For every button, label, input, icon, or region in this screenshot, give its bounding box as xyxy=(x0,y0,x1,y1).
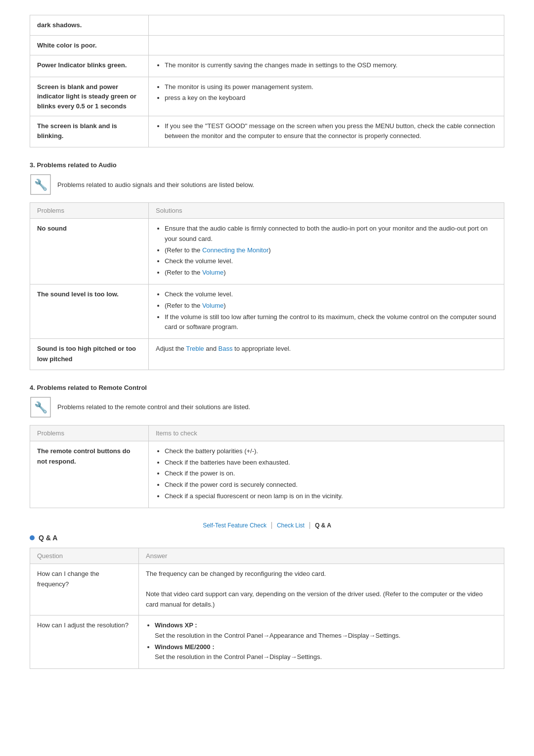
solution-cell xyxy=(149,35,504,55)
qa-title: Q & A xyxy=(39,534,57,542)
table-row: White color is poor. xyxy=(30,35,504,55)
qa-table: Question Answer How can I change the fre… xyxy=(30,548,504,669)
audio-section-header: 3. Problems related to Audio xyxy=(30,161,504,169)
answer-cell: Windows XP :Set the resolution in the Co… xyxy=(139,615,504,668)
nav-bar: Self-Test Feature Check Check List Q & A xyxy=(30,522,504,529)
question-cell: How can I change the frequency? xyxy=(30,564,139,615)
link-connecting-monitor[interactable]: Connecting the Monitor xyxy=(202,246,268,254)
nav-self-test[interactable]: Self-Test Feature Check xyxy=(198,522,272,529)
problem-cell: dark shadows. xyxy=(30,15,149,36)
problem-cell: White color is poor. xyxy=(30,35,149,55)
qa-section-header: Q & A xyxy=(30,534,504,542)
solution-cell: Ensure that the audio cable is firmly co… xyxy=(149,219,504,284)
svg-text:🔧: 🔧 xyxy=(34,178,48,191)
qa-row-2: How can I adjust the resolution? Windows… xyxy=(30,615,504,668)
audio-icon: 🔧 xyxy=(30,174,51,195)
col-problems: Problems xyxy=(30,425,149,441)
items-cell: Check the battery polarities (+/-). Chec… xyxy=(149,441,504,508)
top-continuation-table: dark shadows. White color is poor. Power… xyxy=(30,15,504,147)
solution-cell: The monitor is currently saving the chan… xyxy=(149,55,504,77)
answer-cell: The frequency can be changed by reconfig… xyxy=(139,564,504,615)
remote-section-header: 4. Problems related to Remote Control xyxy=(30,384,504,391)
nav-check-list[interactable]: Check List xyxy=(272,522,310,529)
table-row: Sound is too high pitched or too low pit… xyxy=(30,339,504,370)
problem-cell: Screen is blank and power indicator ligh… xyxy=(30,77,149,116)
table-header-row: Problems Solutions xyxy=(30,203,504,219)
audio-description: Problems related to audio signals and th… xyxy=(57,181,254,189)
link-volume-2[interactable]: Volume xyxy=(202,302,223,309)
problem-cell: The remote control buttons do not respon… xyxy=(30,441,149,508)
link-volume-1[interactable]: Volume xyxy=(202,269,223,276)
table-row: No sound Ensure that the audio cable is … xyxy=(30,219,504,284)
col-items: Items to check xyxy=(149,425,504,441)
remote-problems-table: Problems Items to check The remote contr… xyxy=(30,425,504,508)
col-answer: Answer xyxy=(139,548,504,564)
solution-cell: Adjust the Treble and Bass to appropriat… xyxy=(149,339,504,370)
audio-icon-row: 🔧 Problems related to audio signals and … xyxy=(30,174,504,195)
qa-dot-icon xyxy=(30,535,35,540)
solution-cell: The monitor is using its power managemen… xyxy=(149,77,504,116)
problem-cell: The screen is blank and is blinking. xyxy=(30,116,149,147)
remote-icon-row: 🔧 Problems related to the remote control… xyxy=(30,396,504,418)
problem-cell: Sound is too high pitched or too low pit… xyxy=(30,339,149,370)
table-row: Screen is blank and power indicator ligh… xyxy=(30,77,504,116)
qa-header-row: Question Answer xyxy=(30,548,504,564)
question-cell: How can I adjust the resolution? xyxy=(30,615,139,668)
table-row: The screen is blank and is blinking. If … xyxy=(30,116,504,147)
table-header-row: Problems Items to check xyxy=(30,425,504,441)
remote-description: Problems related to the remote control a… xyxy=(57,403,250,411)
nav-qa[interactable]: Q & A xyxy=(310,522,336,529)
col-problems: Problems xyxy=(30,203,149,219)
qa-row-1: How can I change the frequency? The freq… xyxy=(30,564,504,615)
solution-cell xyxy=(149,15,504,36)
audio-problems-table: Problems Solutions No sound Ensure that … xyxy=(30,202,504,370)
solution-cell: If you see the "TEST GOOD" message on th… xyxy=(149,116,504,147)
problem-cell: The sound level is too low. xyxy=(30,284,149,338)
remote-icon: 🔧 xyxy=(30,396,51,418)
table-row: The sound level is too low. Check the vo… xyxy=(30,284,504,338)
link-treble[interactable]: Treble xyxy=(186,345,204,352)
table-row: dark shadows. xyxy=(30,15,504,36)
link-bass[interactable]: Bass xyxy=(219,345,233,352)
svg-text:🔧: 🔧 xyxy=(34,401,48,414)
table-row: Power Indicator blinks green. The monito… xyxy=(30,55,504,77)
problem-cell: No sound xyxy=(30,219,149,284)
solution-cell: Check the volume level. (Refer to the Vo… xyxy=(149,284,504,338)
col-question: Question xyxy=(30,548,139,564)
col-solutions: Solutions xyxy=(149,203,504,219)
problem-cell: Power Indicator blinks green. xyxy=(30,55,149,77)
table-row: The remote control buttons do not respon… xyxy=(30,441,504,508)
